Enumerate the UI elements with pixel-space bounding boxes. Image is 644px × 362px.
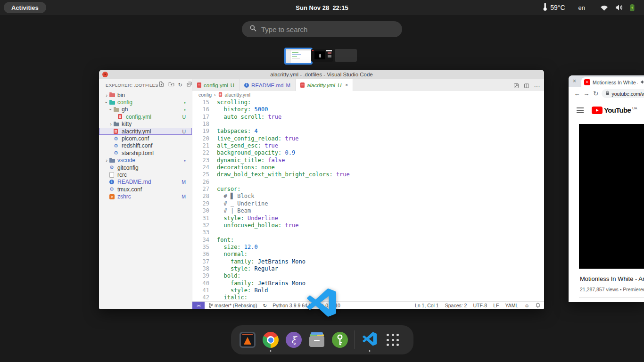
dock-item-alacritty[interactable] (239, 331, 256, 348)
code-line-37[interactable]: 37 family: JetBrains Mono (192, 258, 544, 265)
editor-more-actions-icon[interactable] (534, 84, 540, 89)
chrome-toolbar[interactable]: youtube.com/wa (569, 87, 644, 100)
explorer-item-redshift.conf[interactable]: redshift.conf (99, 142, 192, 149)
chrome-active-tab[interactable]: Motionless In White - A (581, 77, 644, 87)
code-line-35[interactable]: 35 size: 12.0 (192, 244, 544, 251)
code-line-23[interactable]: 23dynamic_title: false (192, 157, 544, 164)
chrome-tab-strip[interactable]: Motionless In White - A (569, 75, 644, 87)
explorer-item-picom.conf[interactable]: picom.conf (99, 135, 192, 142)
close-tab-icon[interactable] (573, 78, 576, 84)
code-line-36[interactable]: 36 normal: (192, 251, 544, 258)
video-player[interactable] (579, 124, 644, 269)
code-line-41[interactable]: 41 style: Bold (192, 287, 544, 294)
dock-item-file-manager[interactable] (308, 331, 325, 348)
explorer-item-gh[interactable]: gh● (99, 106, 192, 113)
code-line-26[interactable]: 26 (192, 179, 544, 186)
indentation-item[interactable]: Spaces: 2 (445, 303, 467, 308)
refresh-explorer-icon[interactable] (178, 82, 182, 88)
forward-icon[interactable] (582, 90, 591, 97)
language-mode-item[interactable]: YAML (505, 303, 518, 308)
explorer-item-gitconfig[interactable]: gitconfig (99, 164, 192, 171)
code-line-25[interactable]: 25draw_bold_text_with_bright_colors: tru… (192, 171, 544, 178)
twisty-right-icon[interactable] (104, 92, 109, 98)
dock-item-emacs[interactable]: ξ (285, 331, 302, 348)
tab-alacritty-yml-active[interactable]: alacritty.yml U (296, 79, 353, 91)
cursor-position-item[interactable]: Ln 1, Col 1 (415, 303, 439, 308)
breadcrumb-folder[interactable]: config (198, 92, 212, 98)
dock-item-app-grid[interactable] (384, 331, 401, 348)
explorer-sidebar[interactable]: EXPLORER: .DOTFILES binconfig●gh●config.… (99, 79, 192, 309)
dock-item-vscode[interactable] (361, 331, 378, 348)
code-line-22[interactable]: 22background_opacity: 0.9 (192, 149, 544, 156)
system-tray[interactable]: 59°C en (543, 0, 644, 15)
code-line-20[interactable]: 20live_config_reload: true (192, 135, 544, 142)
workspace-thumbnail-2[interactable] (311, 49, 333, 62)
address-bar[interactable]: youtube.com/wa (602, 89, 644, 98)
back-icon[interactable] (572, 90, 582, 97)
window-close-button[interactable] (102, 72, 108, 77)
explorer-item-config[interactable]: config● (99, 99, 192, 106)
code-line-27[interactable]: 27cursor: (192, 186, 544, 193)
search-input[interactable]: Type to search (242, 21, 402, 37)
dash-dock[interactable]: ξ (231, 325, 413, 354)
explorer-item-zshrc[interactable]: >zshrcM (99, 193, 192, 200)
code-line-40[interactable]: 40 family: JetBrains Mono (192, 280, 544, 287)
explorer-item-config.yml[interactable]: config.ymlU (99, 113, 192, 120)
collapse-folders-icon[interactable] (186, 81, 192, 89)
breadcrumb-file[interactable]: alacritty.yml (225, 92, 251, 98)
workspace-thumbnail-1-active[interactable] (284, 48, 313, 65)
dock-item-keepassxc[interactable] (331, 331, 348, 348)
explorer-item-tmux.conf[interactable]: tmux.conf (99, 186, 192, 193)
editor-tabs[interactable]: config.yml U i README.md M alacritty.yml… (192, 79, 544, 91)
code-line-28[interactable]: 28 # ▋ Block (192, 193, 544, 200)
open-changes-icon[interactable] (513, 82, 519, 90)
code-line-42[interactable]: 42 italic: (192, 294, 544, 301)
status-bar[interactable]: >< master* (Rebasing) Python 3.9.9 64-bi… (192, 301, 544, 309)
code-line-31[interactable]: 31 style: Underline (192, 215, 544, 222)
new-file-icon[interactable] (158, 81, 165, 89)
sync-icon[interactable] (263, 303, 267, 308)
code-line-32[interactable]: 32 unfocused_hollow: true (192, 222, 544, 229)
code-line-15[interactable]: 15scrolling: (192, 99, 544, 106)
code-line-19[interactable]: 19tabspaces: 4 (192, 128, 544, 135)
reload-icon[interactable] (591, 90, 601, 97)
code-line-21[interactable]: 21alt_send_esc: true (192, 142, 544, 149)
explorer-item-README.md[interactable]: iREADME.mdM (99, 179, 192, 186)
twisty-right-icon[interactable] (104, 157, 109, 163)
chrome-window[interactable]: Motionless In White - A youtube.com/wa Y… (569, 75, 644, 302)
close-tab-icon[interactable] (345, 82, 348, 88)
explorer-item-rcrc[interactable]: rcrc (99, 171, 192, 178)
split-editor-icon[interactable] (524, 82, 529, 90)
editor-group[interactable]: config.yml U i README.md M alacritty.yml… (192, 79, 544, 309)
file-tree[interactable]: binconfig●gh●config.ymlUkittyalacritty.y… (99, 91, 192, 200)
vscode-window[interactable]: alacritty.yml - .dotfiles - Visual Studi… (99, 70, 544, 309)
new-folder-icon[interactable] (168, 81, 174, 89)
explorer-item-starship.toml[interactable]: starship.toml (99, 149, 192, 156)
explorer-item-bin[interactable]: bin (99, 91, 192, 99)
feedback-icon[interactable] (524, 303, 529, 308)
code-editor[interactable]: 15scrolling:16 history: 500017 auto_scro… (192, 98, 544, 301)
twisty-down-icon[interactable] (108, 107, 114, 112)
code-line-38[interactable]: 38 style: Regular (192, 265, 544, 272)
keyboard-layout-indicator[interactable]: en (578, 4, 585, 11)
tab-audio-icon[interactable] (640, 80, 644, 85)
hamburger-menu-icon[interactable] (577, 107, 584, 113)
explorer-item-kitty[interactable]: kitty (99, 121, 192, 128)
vscode-titlebar[interactable]: alacritty.yml - .dotfiles - Visual Studi… (99, 70, 544, 79)
encoding-item[interactable]: UTF-8 (473, 303, 487, 308)
workspace-thumbnail-3-empty[interactable] (335, 49, 357, 62)
code-line-39[interactable]: 39 bold: (192, 272, 544, 280)
code-line-18[interactable]: 18 (192, 121, 544, 128)
remote-indicator[interactable]: >< (192, 302, 205, 309)
code-line-30[interactable]: 30 # | Beam (192, 207, 544, 214)
youtube-logo[interactable]: YouTube UA (592, 106, 637, 114)
code-line-34[interactable]: 34font: (192, 237, 544, 244)
eol-item[interactable]: LF (493, 303, 499, 308)
tab-config-yml[interactable]: config.yml U (192, 79, 239, 91)
dock-item-chrome[interactable] (262, 331, 279, 348)
code-line-24[interactable]: 24decorations: none (192, 164, 544, 171)
twisty-right-icon[interactable] (108, 121, 114, 127)
code-line-33[interactable]: 33 (192, 229, 544, 236)
code-line-17[interactable]: 17 auto_scroll: true (192, 114, 544, 121)
twisty-down-icon[interactable] (104, 99, 109, 105)
